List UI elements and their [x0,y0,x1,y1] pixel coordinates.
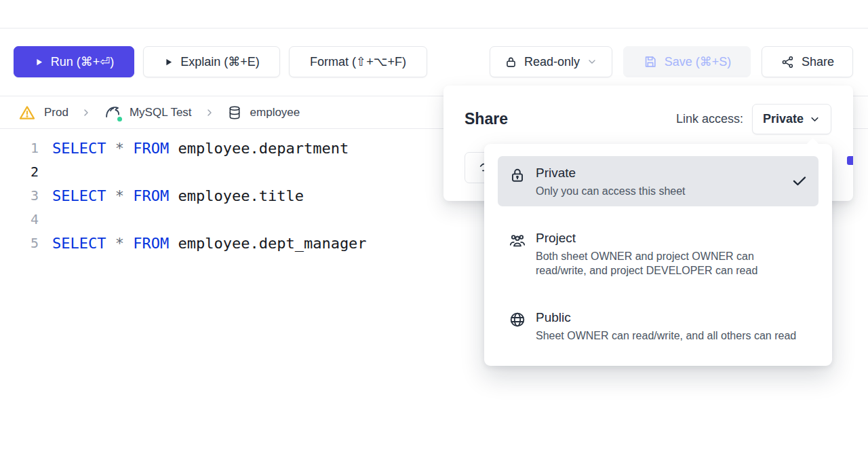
access-option-private[interactable]: PrivateOnly you can access this sheet [498,156,818,206]
instance-label: MySQL Test [130,106,192,119]
option-description: Both sheet OWNER and project OWNER can r… [536,249,797,278]
lock-icon [509,166,526,184]
share-button-label: Share [802,55,834,69]
database-icon [227,105,242,120]
option-title: Private [536,164,686,181]
option-description: Only you can access this sheet [536,184,686,198]
play-icon [34,57,44,67]
line-number: 5 [0,231,39,255]
explain-button-label: Explain (⌘+E) [180,54,260,69]
save-button-label: Save (⌘+S) [665,54,732,69]
copy-button-edge[interactable] [847,156,853,165]
readonly-label: Read-only [524,55,580,69]
breadcrumb-database[interactable]: employee [227,105,300,120]
line-number: 2 [0,160,39,184]
breadcrumb-environment[interactable]: Prod [18,104,68,121]
option-description: Sheet OWNER can read/write, and all othe… [536,329,796,343]
format-button[interactable]: Format (⇧+⌥+F) [289,46,427,77]
menu-options: PrivateOnly you can access this sheetPro… [498,156,818,351]
chevron-down-icon [587,56,597,67]
share-popover-header: Share Link access: Private [443,86,853,134]
format-button-label: Format (⇧+⌥+F) [310,54,406,69]
link-access-menu: PrivateOnly you can access this sheetPro… [484,144,832,366]
chevron-down-icon [809,113,821,125]
readonly-mode-dropdown[interactable]: Read-only [490,46,612,77]
option-body: ProjectBoth sheet OWNER and project OWNE… [536,229,797,278]
code-text: SELECT * FROM employee.department [52,136,349,160]
explain-button[interactable]: Explain (⌘+E) [143,46,280,77]
share-popover-title: Share [465,110,508,128]
warning-triangle-icon [18,104,36,121]
line-number: 1 [0,136,39,160]
environment-label: Prod [44,106,68,119]
window-top-strip [0,0,868,29]
run-button-label: Run (⌘+⏎) [51,54,115,69]
save-icon [643,54,658,69]
line-number: 3 [0,184,39,208]
run-button[interactable]: Run (⌘+⏎) [14,46,134,77]
toolbar-right-group: Read-only Save (⌘+S) Share [490,46,853,77]
option-title: Project [536,229,797,246]
toolbar-left-group: Run (⌘+⏎) Explain (⌘+E) Format (⇧+⌥+F) [14,46,427,77]
mysql-icon [104,104,121,121]
option-body: PrivateOnly you can access this sheet [536,164,686,198]
option-title: Public [536,309,796,326]
link-access-label: Link access: [676,112,743,126]
globe-icon [509,311,526,329]
share-nodes-icon [781,55,795,69]
check-icon [791,173,808,189]
users-icon [509,231,526,249]
share-button[interactable]: Share [762,46,853,77]
code-text: SELECT * FROM employee.title [52,184,304,208]
breadcrumb-instance[interactable]: MySQL Test [104,104,192,121]
access-option-project[interactable]: ProjectBoth sheet OWNER and project OWNE… [498,221,818,286]
access-option-public[interactable]: PublicSheet OWNER can read/write, and al… [498,301,818,351]
link-access-dropdown[interactable]: Private [752,104,831,134]
chevron-right-icon [204,107,215,118]
line-number: 4 [0,208,39,231]
option-body: PublicSheet OWNER can read/write, and al… [536,309,796,343]
lock-icon [505,56,517,69]
code-text: SELECT * FROM employee.dept_manager [52,231,367,255]
database-label: employee [250,106,300,119]
save-button[interactable]: Save (⌘+S) [623,46,751,77]
play-icon [163,57,174,67]
link-access-value: Private [763,112,804,126]
connection-status-dot [116,115,123,123]
chevron-right-icon [81,107,92,118]
